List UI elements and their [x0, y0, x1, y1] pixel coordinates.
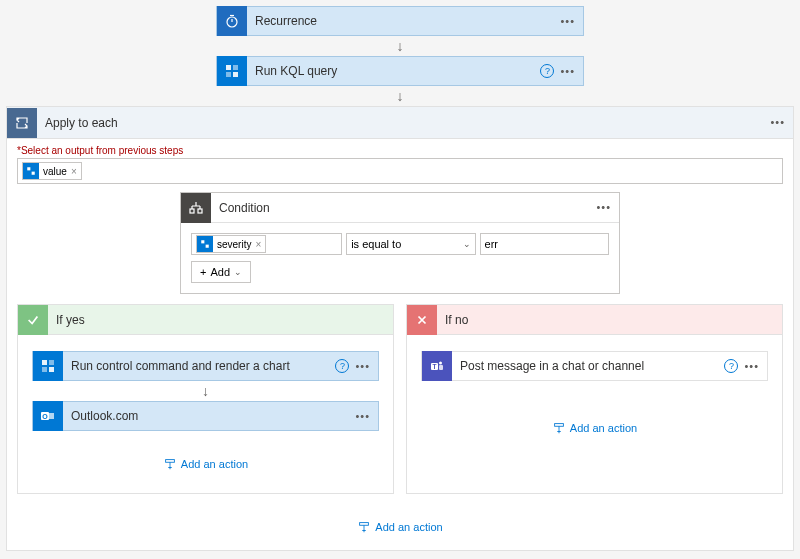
condition-header[interactable]: Condition ••• — [181, 193, 619, 223]
svg-text:O: O — [42, 413, 48, 420]
svg-rect-9 — [190, 209, 194, 213]
adx-icon — [23, 163, 39, 179]
outlook-icon: O — [33, 401, 63, 431]
recurrence-title: Recurrence — [247, 14, 560, 28]
svg-rect-4 — [233, 65, 238, 70]
action-title: Post message in a chat or channel — [452, 359, 724, 373]
apply-to-each-header[interactable]: Apply to each ••• — [7, 107, 793, 139]
add-action-icon — [552, 421, 566, 435]
check-icon — [18, 305, 48, 335]
svg-rect-5 — [226, 72, 231, 77]
outlook-card[interactable]: O Outlook.com ••• — [32, 401, 379, 431]
svg-rect-19 — [49, 413, 54, 419]
more-icon[interactable]: ••• — [355, 361, 370, 372]
severity-token[interactable]: severity × — [196, 235, 266, 253]
add-action-label: Add an action — [181, 458, 248, 470]
close-icon — [407, 305, 437, 335]
svg-rect-6 — [233, 72, 238, 77]
help-icon[interactable]: ? — [540, 64, 554, 78]
svg-rect-28 — [554, 424, 563, 427]
token-label: value — [43, 166, 67, 177]
chevron-down-icon: ⌄ — [463, 239, 471, 249]
add-action-button[interactable]: Add an action — [421, 415, 768, 441]
post-message-card[interactable]: T Post message in a chat or channel ? ••… — [421, 351, 768, 381]
svg-rect-27 — [439, 365, 443, 370]
token-label: severity — [217, 239, 251, 250]
adx-icon — [197, 236, 213, 252]
more-icon[interactable]: ••• — [355, 411, 370, 422]
svg-rect-32 — [360, 523, 369, 526]
svg-point-26 — [439, 362, 442, 365]
output-input[interactable]: value × — [17, 158, 783, 184]
adx-icon — [217, 56, 247, 86]
if-yes-branch: If yes Run control command and render a … — [17, 304, 394, 494]
add-condition-button[interactable]: + Add ⌄ — [191, 261, 251, 283]
svg-text:T: T — [433, 363, 437, 370]
run-kql-title: Run KQL query — [247, 64, 540, 78]
if-no-branch: If no T Post message in a chat or channe… — [406, 304, 783, 494]
if-no-header: If no — [407, 305, 782, 335]
more-icon[interactable]: ••• — [560, 66, 575, 77]
operator-label: is equal to — [351, 238, 401, 250]
svg-rect-7 — [27, 167, 30, 170]
help-icon[interactable]: ? — [335, 359, 349, 373]
more-icon[interactable]: ••• — [596, 202, 611, 213]
if-yes-header: If yes — [18, 305, 393, 335]
add-action-label: Add an action — [375, 521, 442, 533]
svg-rect-20 — [165, 460, 174, 463]
add-action-button[interactable]: Add an action — [17, 514, 783, 540]
run-control-command-card[interactable]: Run control command and render a chart ?… — [32, 351, 379, 381]
run-kql-card[interactable]: Run KQL query ? ••• — [216, 56, 584, 86]
chevron-down-icon: ⌄ — [234, 267, 242, 277]
svg-rect-15 — [42, 367, 47, 372]
plus-icon: + — [200, 266, 206, 278]
svg-rect-13 — [42, 360, 47, 365]
arrow-icon: ↓ — [397, 36, 404, 56]
condition-operator-select[interactable]: is equal to ⌄ — [346, 233, 475, 255]
svg-rect-14 — [49, 360, 54, 365]
condition-value: err — [485, 238, 498, 250]
svg-rect-10 — [198, 209, 202, 213]
help-icon[interactable]: ? — [724, 359, 738, 373]
condition-card: Condition ••• severity × is equal to ⌄ — [180, 192, 620, 294]
apply-to-each-container: Apply to each ••• *Select an output from… — [6, 106, 794, 551]
recurrence-card[interactable]: Recurrence ••• — [216, 6, 584, 36]
add-action-icon — [163, 457, 177, 471]
condition-icon — [181, 193, 211, 223]
more-icon[interactable]: ••• — [560, 16, 575, 27]
add-label: Add — [210, 266, 230, 278]
action-title: Outlook.com — [63, 409, 355, 423]
svg-rect-3 — [226, 65, 231, 70]
svg-rect-8 — [32, 172, 35, 175]
apply-to-each-title: Apply to each — [37, 116, 770, 130]
add-action-label: Add an action — [570, 422, 637, 434]
arrow-icon: ↓ — [397, 86, 404, 106]
remove-token-icon[interactable]: × — [67, 166, 81, 177]
action-title: Run control command and render a chart — [63, 359, 335, 373]
value-token[interactable]: value × — [22, 162, 82, 180]
add-action-button[interactable]: Add an action — [32, 451, 379, 477]
if-yes-label: If yes — [48, 313, 393, 327]
loop-icon — [7, 108, 37, 138]
if-no-label: If no — [437, 313, 782, 327]
more-icon[interactable]: ••• — [744, 361, 759, 372]
condition-right-input[interactable]: err — [480, 233, 609, 255]
svg-rect-11 — [201, 240, 204, 243]
more-icon[interactable]: ••• — [770, 117, 785, 128]
add-action-icon — [357, 520, 371, 534]
svg-rect-12 — [206, 245, 209, 248]
arrow-icon: ↓ — [32, 381, 379, 401]
adx-icon — [33, 351, 63, 381]
condition-title: Condition — [211, 201, 596, 215]
teams-icon: T — [422, 351, 452, 381]
condition-left-input[interactable]: severity × — [191, 233, 342, 255]
output-label: *Select an output from previous steps — [17, 145, 783, 156]
timer-icon — [217, 6, 247, 36]
svg-rect-16 — [49, 367, 54, 372]
remove-token-icon[interactable]: × — [251, 239, 265, 250]
